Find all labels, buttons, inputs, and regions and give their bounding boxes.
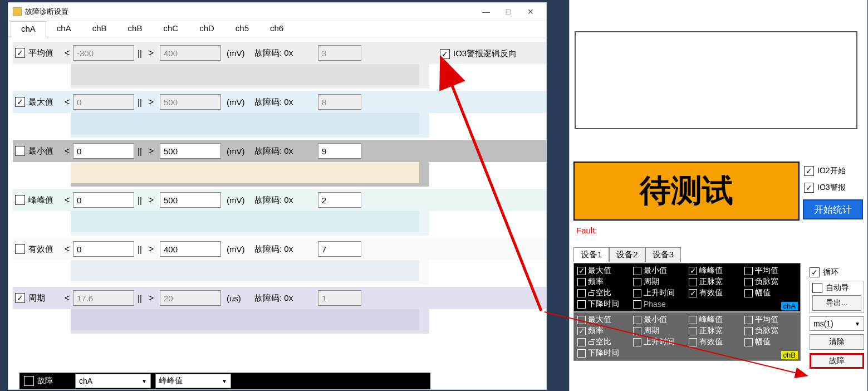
param-enable-rms[interactable] <box>15 244 25 254</box>
chB-check-4[interactable]: 频率 <box>577 326 630 336</box>
chA-check-7[interactable]: 负脉宽 <box>744 277 797 287</box>
start-statistics-button[interactable]: 开始统计 <box>803 199 863 219</box>
chA-checkbox-11[interactable] <box>744 289 753 297</box>
chB-check-5[interactable]: 周期 <box>633 326 685 336</box>
loop-checkbox-row[interactable]: 循环 <box>810 267 864 277</box>
chA-check-1[interactable]: 最小值 <box>633 266 685 276</box>
chA-checkbox-5[interactable] <box>633 278 641 286</box>
chA-checkbox-2[interactable] <box>689 267 697 275</box>
chA-check-0[interactable]: 最大值 <box>577 266 630 276</box>
chB-check-0[interactable]: 最大值 <box>577 315 630 325</box>
fault-channel-combo[interactable]: chA▼ <box>75 374 151 388</box>
param-lo-min[interactable] <box>73 143 134 159</box>
param-lo-per[interactable] <box>73 290 134 306</box>
chB-check-2[interactable]: 峰峰值 <box>689 315 741 325</box>
chA-checkbox-0[interactable] <box>577 267 586 275</box>
param-enable-avg[interactable] <box>15 48 25 58</box>
chA-check-10[interactable]: 有效值 <box>689 288 741 298</box>
param-lo-pp[interactable] <box>73 192 134 208</box>
chB-checkbox-4[interactable] <box>577 327 586 335</box>
chA-checkbox-1[interactable] <box>633 267 641 275</box>
param-lo-max[interactable] <box>73 94 134 110</box>
auto-export-row[interactable]: 自动导 <box>812 283 861 293</box>
param-enable-per[interactable] <box>15 293 25 303</box>
io3-checkbox[interactable] <box>804 183 814 193</box>
param-code-rms[interactable] <box>318 241 361 257</box>
param-hi-rms[interactable] <box>160 241 221 257</box>
chB-checkbox-0[interactable] <box>577 316 586 324</box>
chA-check-13[interactable]: Phase <box>633 299 685 309</box>
fault-button[interactable]: 故障 <box>810 353 864 369</box>
minimize-button[interactable]: — <box>475 4 497 19</box>
chB-check-8[interactable]: 占空比 <box>577 337 630 347</box>
time-unit-combo[interactable]: ms(1)▼ <box>810 316 864 331</box>
tab-chA-1[interactable]: chA <box>46 21 82 37</box>
chA-checkbox-12[interactable] <box>577 300 586 309</box>
tab-chC[interactable]: chC <box>153 21 189 37</box>
auto-export-checkbox[interactable] <box>812 283 822 293</box>
chA-checkbox-4[interactable] <box>577 278 586 286</box>
chB-checkbox-11[interactable] <box>744 338 753 346</box>
chB-checkbox-8[interactable] <box>577 338 586 346</box>
param-hi-avg[interactable] <box>160 45 221 61</box>
chA-checkbox-8[interactable] <box>577 289 586 297</box>
io2-checkbox[interactable] <box>804 166 814 176</box>
chA-check-8[interactable]: 占空比 <box>577 288 630 298</box>
chB-checkbox-3[interactable] <box>744 316 753 324</box>
chB-checkbox-7[interactable] <box>744 327 753 335</box>
param-hi-min[interactable] <box>160 143 221 159</box>
chB-checkbox-2[interactable] <box>689 316 697 324</box>
chA-checkbox-13[interactable] <box>633 300 641 309</box>
device-tab-3[interactable]: 设备3 <box>645 247 681 262</box>
chB-checkbox-12[interactable] <box>577 349 586 358</box>
chB-checkbox-9[interactable] <box>633 338 641 346</box>
close-button[interactable]: ✕ <box>519 4 542 19</box>
fault-param-combo[interactable]: 峰峰值▼ <box>155 374 231 388</box>
clear-button[interactable]: 清除 <box>810 334 864 350</box>
chA-check-4[interactable]: 频率 <box>577 277 630 287</box>
chA-check-3[interactable]: 平均值 <box>744 266 797 276</box>
io2-start[interactable]: IO2开始 <box>804 166 846 176</box>
param-code-pp[interactable] <box>318 192 361 208</box>
chA-checkbox-3[interactable] <box>744 267 753 275</box>
param-enable-pp[interactable] <box>15 195 25 205</box>
chB-checkbox-10[interactable] <box>689 338 697 346</box>
chB-check-10[interactable]: 有效值 <box>689 337 741 347</box>
tab-chA-0[interactable]: chA <box>11 21 46 37</box>
io3-alarm[interactable]: IO3警报 <box>804 183 846 193</box>
param-lo-avg[interactable] <box>73 45 134 61</box>
device-tab-2[interactable]: 设备2 <box>609 247 645 262</box>
chA-check-6[interactable]: 正脉宽 <box>689 277 741 287</box>
chA-check-5[interactable]: 周期 <box>633 277 685 287</box>
io3-reverse-checkbox[interactable] <box>440 49 450 59</box>
chB-checkbox-5[interactable] <box>633 327 641 335</box>
param-hi-max[interactable] <box>160 94 221 110</box>
param-hi-per[interactable] <box>160 290 221 306</box>
chB-checkbox-1[interactable] <box>633 316 641 324</box>
chB-check-7[interactable]: 负脉宽 <box>744 326 797 336</box>
param-code-avg[interactable] <box>318 45 361 61</box>
io3-reverse-logic[interactable]: IO3警报逻辑反向 <box>440 48 517 59</box>
chA-check-9[interactable]: 上升时间 <box>633 288 685 298</box>
chA-check-11[interactable]: 幅值 <box>744 288 797 298</box>
maximize-button[interactable]: □ <box>497 4 519 19</box>
fault-checkbox[interactable] <box>24 376 34 386</box>
param-enable-max[interactable] <box>15 97 25 107</box>
chB-check-6[interactable]: 正脉宽 <box>689 326 741 336</box>
export-button[interactable]: 导出... <box>812 295 861 311</box>
chA-check-12[interactable]: 下降时间 <box>577 299 630 309</box>
param-lo-rms[interactable] <box>73 241 134 257</box>
tab-chB-0[interactable]: chB <box>82 21 117 37</box>
param-code-max[interactable] <box>318 94 361 110</box>
chA-checkbox-10[interactable] <box>689 289 697 297</box>
chA-checkbox-9[interactable] <box>633 289 641 297</box>
param-code-per[interactable] <box>318 290 361 306</box>
param-hi-pp[interactable] <box>160 192 221 208</box>
tab-ch6[interactable]: ch6 <box>259 21 294 37</box>
chB-check-11[interactable]: 幅值 <box>744 337 797 347</box>
chB-check-3[interactable]: 平均值 <box>744 315 797 325</box>
tab-chD[interactable]: chD <box>189 21 225 37</box>
chB-check-9[interactable]: 上升时间 <box>633 337 685 347</box>
loop-checkbox[interactable] <box>810 267 820 277</box>
chB-check-1[interactable]: 最小值 <box>633 315 685 325</box>
